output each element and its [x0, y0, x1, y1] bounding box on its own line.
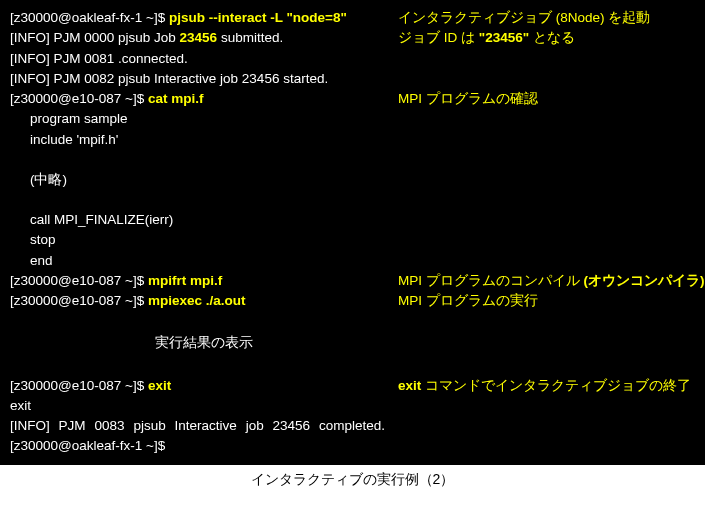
- command: cat mpi.f: [148, 91, 204, 106]
- blank-line: [10, 311, 695, 331]
- info-text: [INFO] PJM 0083 pjsub Interactive job 23…: [10, 416, 385, 436]
- terminal-line: [z30000@e10-087 ~]$ mpifrt mpi.f MPI プログ…: [10, 271, 695, 291]
- blank-line: [10, 356, 695, 376]
- blank-line: [10, 190, 695, 210]
- terminal-line: [INFO] PJM 0081 .connected.: [10, 49, 695, 69]
- output-line: exit: [10, 396, 695, 416]
- command: mpifrt mpi.f: [148, 273, 222, 288]
- terminal-left: [z30000@e10-087 ~]$ mpiexec ./a.out: [10, 291, 398, 311]
- command: pjsub --interact -L "node=8": [169, 10, 347, 25]
- figure-caption: インタラクティブの実行例（2）: [0, 465, 705, 495]
- terminal-left: [z30000@e10-087 ~]$ mpifrt mpi.f: [10, 271, 398, 291]
- terminal-line: [z30000@e10-087 ~]$ mpiexec ./a.out MPI …: [10, 291, 695, 311]
- terminal-left: [z30000@oakleaf-fx-1 ~]$ pjsub --interac…: [10, 8, 398, 28]
- shell-prompt: [z30000@oakleaf-fx-1 ~]$: [10, 10, 169, 25]
- annotation: MPI プログラムのコンパイル (オウンコンパイラ): [398, 271, 705, 291]
- shell-prompt: [z30000@e10-087 ~]$: [10, 378, 148, 393]
- note-bold: exit: [398, 378, 421, 393]
- annotation: exit コマンドでインタラクティブジョブの終了: [398, 376, 691, 396]
- annotation: インタラクティブジョブ (8Node) を起動: [398, 8, 650, 28]
- info-text: [INFO] PJM 0081 .connected.: [10, 49, 398, 69]
- code-line: program sample: [10, 109, 695, 129]
- code-line: call MPI_FINALIZE(ierr): [10, 210, 695, 230]
- terminal-window: [z30000@oakleaf-fx-1 ~]$ pjsub --interac…: [0, 0, 705, 465]
- job-id: 23456: [180, 30, 218, 45]
- annotation: ジョブ ID は "23456" となる: [398, 28, 575, 48]
- code-line: end: [10, 251, 695, 271]
- output-placeholder: 実行結果の表示: [10, 331, 398, 355]
- code-omitted: (中略): [10, 170, 695, 190]
- terminal-line: [z30000@oakleaf-fx-1 ~]$ pjsub --interac…: [10, 8, 695, 28]
- annotation: MPI プログラムの実行: [398, 291, 538, 311]
- code-line: include 'mpif.h': [10, 130, 695, 150]
- info-text: [INFO] PJM 0082 pjsub Interactive job 23…: [10, 69, 328, 89]
- info-text: [INFO] PJM 0000 pjsub Job: [10, 30, 180, 45]
- info-text: submitted.: [217, 30, 283, 45]
- terminal-line: [z30000@e10-087 ~]$ cat mpi.f MPI プログラムの…: [10, 89, 695, 109]
- terminal-left: [z30000@e10-087 ~]$ cat mpi.f: [10, 89, 398, 109]
- note-text: ジョブ ID は: [398, 30, 479, 45]
- shell-prompt: [z30000@oakleaf-fx-1 ~]$: [10, 436, 695, 456]
- terminal-line: [INFO] PJM 0082 pjsub Interactive job 23…: [10, 69, 695, 89]
- shell-prompt: [z30000@e10-087 ~]$: [10, 273, 148, 288]
- note-text: となる: [529, 30, 575, 45]
- command: exit: [148, 378, 171, 393]
- command: mpiexec ./a.out: [148, 293, 246, 308]
- terminal-line: [z30000@e10-087 ~]$ exit exit コマンドでインタラク…: [10, 376, 695, 396]
- note-text: コマンドでインタラクティブジョブの終了: [421, 378, 691, 393]
- note-text: MPI プログラムのコンパイル: [398, 273, 584, 288]
- shell-prompt: [z30000@e10-087 ~]$: [10, 293, 148, 308]
- shell-prompt: [z30000@e10-087 ~]$: [10, 91, 148, 106]
- code-line: stop: [10, 230, 695, 250]
- terminal-line: [INFO] PJM 0000 pjsub Job 23456 submitte…: [10, 28, 695, 48]
- note-jobid: "23456": [479, 30, 529, 45]
- terminal-left: [z30000@e10-087 ~]$ exit: [10, 376, 398, 396]
- terminal-left: [INFO] PJM 0000 pjsub Job 23456 submitte…: [10, 28, 398, 48]
- note-bold: (オウンコンパイラ): [584, 273, 705, 288]
- annotation: MPI プログラムの確認: [398, 89, 538, 109]
- blank-line: [10, 150, 695, 170]
